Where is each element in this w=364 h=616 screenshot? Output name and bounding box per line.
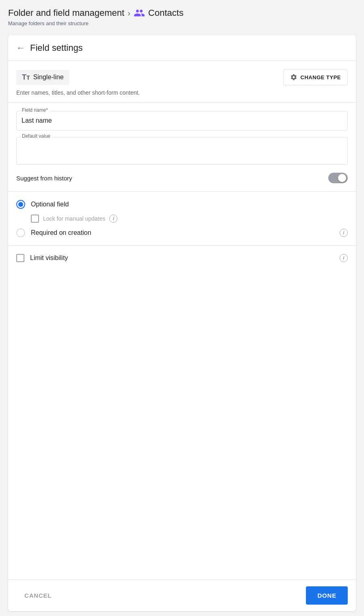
required-info-icon[interactable]: i [340, 229, 348, 237]
required-row: Required on creation i [16, 228, 348, 237]
breadcrumb-title: Folder and field management [8, 8, 124, 18]
default-value-field: Default value [16, 137, 348, 166]
required-radio[interactable] [16, 228, 25, 237]
change-type-label: CHANGE TYPE [301, 74, 341, 80]
field-type-badge: Tт Single-line [16, 70, 69, 85]
breadcrumb: Folder and field management › Contacts [8, 7, 356, 19]
required-left[interactable]: Required on creation [16, 228, 91, 237]
done-button[interactable]: DONE [306, 586, 348, 605]
field-type-description: Enter names, titles, and other short-for… [16, 89, 348, 96]
field-type-section: Tт Single-line CHANGE TYPE Enter names, … [8, 61, 356, 103]
visibility-label: Limit visibility [30, 254, 68, 262]
field-type-row: Tт Single-line CHANGE TYPE [16, 69, 348, 85]
optional-radio[interactable] [16, 200, 25, 209]
back-button[interactable]: ← [16, 43, 25, 53]
toggle-thumb [338, 174, 346, 182]
lock-checkbox[interactable] [31, 215, 39, 223]
page-header: Folder and field management › Contacts M… [0, 0, 364, 30]
visibility-left[interactable]: Limit visibility [16, 254, 68, 262]
optional-field-option[interactable]: Optional field [16, 200, 348, 209]
toggle-track [328, 173, 348, 183]
breadcrumb-contacts: Contacts [134, 7, 184, 19]
form-section: Field name* Default value Suggest from h… [8, 103, 356, 192]
footer: CANCEL DONE [8, 579, 356, 611]
field-name-input[interactable] [16, 111, 348, 130]
field-type-label: Single-line [33, 74, 64, 81]
field-name-field: Field name* [16, 111, 348, 130]
page-subtitle: Manage folders and their structure [8, 20, 356, 26]
lock-label: Lock for manual updates [43, 215, 105, 222]
text-type-icon: Tт [22, 73, 30, 82]
suggest-row: Suggest from history [16, 173, 348, 183]
visibility-section: Limit visibility i [8, 246, 356, 579]
options-section: Optional field Lock for manual updates i… [8, 192, 356, 246]
default-value-label: Default value [20, 133, 52, 139]
optional-field-label: Optional field [31, 201, 69, 208]
cancel-button[interactable]: CANCEL [16, 586, 60, 605]
suggest-label: Suggest from history [16, 175, 72, 182]
gear-icon [290, 74, 297, 81]
optional-radio-inner [18, 202, 23, 207]
main-card: ← Field settings Tт Single-line CHANGE T… [8, 35, 356, 611]
default-value-input[interactable] [16, 137, 348, 165]
breadcrumb-chevron: › [128, 9, 130, 18]
visibility-row: Limit visibility i [16, 254, 348, 262]
visibility-info-icon[interactable]: i [340, 254, 348, 262]
lock-info-icon[interactable]: i [109, 215, 117, 223]
suggest-toggle[interactable] [328, 173, 348, 183]
field-name-label: Field name* [20, 107, 50, 113]
field-settings-title: Field settings [30, 43, 83, 53]
contacts-icon [134, 7, 145, 19]
field-settings-header: ← Field settings [8, 35, 356, 61]
visibility-checkbox[interactable] [16, 254, 24, 262]
contacts-label: Contacts [148, 8, 184, 18]
lock-option[interactable]: Lock for manual updates i [31, 215, 348, 223]
required-label: Required on creation [31, 229, 91, 236]
change-type-button[interactable]: CHANGE TYPE [283, 69, 348, 85]
